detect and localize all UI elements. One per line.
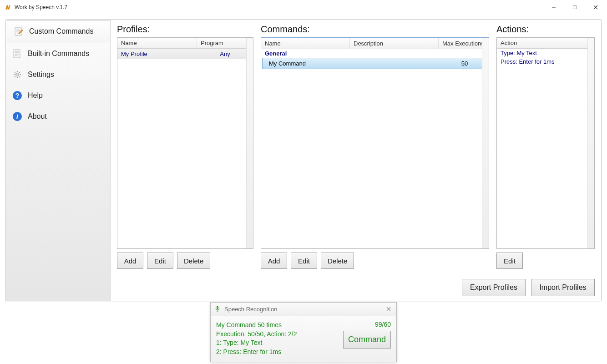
commands-title: Commands: [261,24,489,35]
svg-rect-0 [573,6,577,9]
svg-point-3 [16,73,19,76]
info-icon: i [11,111,23,122]
profiles-title: Profiles: [117,24,253,35]
commands-col-max[interactable]: Max Executions [439,38,489,49]
edit-profile-button[interactable]: Edit [147,253,173,269]
sidebar-item-custom-commands[interactable]: Custom Commands [7,20,110,42]
profiles-col-name[interactable]: Name [117,38,197,48]
commands-list[interactable]: Name Description Max Executions General … [261,37,489,249]
actions-col-action[interactable]: Action [497,38,594,48]
toast-status-text: My Command 50 times Execution: 50/50, Ac… [216,321,339,356]
commands-panel: Commands: Name Description Max Execution… [261,24,489,269]
commands-col-name[interactable]: Name [261,38,350,49]
microphone-icon [214,305,221,313]
toast-line: Execution: 50/50, Action: 2/2 [216,330,339,339]
sidebar-item-about[interactable]: i About [6,106,110,127]
minimize-button[interactable] [543,0,564,14]
profile-row[interactable]: My Profile Any [117,49,253,59]
delete-profile-button[interactable]: Delete [177,253,210,269]
add-profile-button[interactable]: Add [117,253,143,269]
sidebar-item-help[interactable]: ? Help [6,85,110,106]
profile-name: My Profile [117,50,197,58]
sidebar-item-label: Built-in Commands [28,50,89,58]
bottom-button-row: Export Profiles Import Profiles [117,279,595,296]
scrollbar[interactable] [587,38,594,248]
profile-program: Any [197,50,253,58]
actions-panel: Actions: Action Type: My Text Press: Ent… [496,24,595,269]
toast-title: Speech Recognition [224,306,277,313]
sidebar-item-label: Help [28,91,43,100]
content-area: Profiles: Name Program My Profile Any [111,20,601,301]
svg-rect-8 [217,306,218,309]
window-title: Work by Speech v.1.7 [15,4,67,10]
toast-counter: 99/60 [375,321,391,328]
sidebar-item-settings[interactable]: Settings [6,64,110,85]
profiles-col-program[interactable]: Program [197,38,253,48]
actions-header: Action [497,38,594,49]
edit-command-button[interactable]: Edit [291,253,317,269]
document-edit-icon [13,25,25,37]
profiles-header: Name Program [117,38,253,49]
commands-header: Name Description Max Executions [261,38,489,49]
action-item[interactable]: Type: My Text [497,49,594,57]
command-group[interactable]: General [261,49,489,58]
delete-command-button[interactable]: Delete [321,253,354,269]
main-window: Custom Commands Built-in Commands Settin… [5,19,602,301]
help-icon: ? [11,90,23,101]
command-max: 50 [442,59,487,68]
commands-col-desc[interactable]: Description [350,38,439,49]
title-bar: Work by Speech v.1.7 [0,0,607,15]
profiles-panel: Profiles: Name Program My Profile Any [117,24,253,269]
action-item[interactable]: Press: Enter for 1ms [497,57,594,66]
svg-text:?: ? [15,92,20,99]
scrollbar[interactable] [246,38,253,248]
sidebar-item-label: Custom Commands [29,27,93,35]
close-icon[interactable] [384,306,393,313]
app-icon [5,4,12,11]
maximize-button[interactable] [564,0,585,14]
command-row[interactable]: My Command 50 [262,58,488,69]
speech-recognition-window: Speech Recognition My Command 50 times E… [210,302,397,362]
toast-line: 2: Press: Enter for 1ms [216,348,339,357]
sidebar: Custom Commands Built-in Commands Settin… [6,20,111,301]
gear-icon [11,69,23,81]
edit-action-button[interactable]: Edit [496,253,523,269]
command-name: My Command [263,59,351,68]
command-button[interactable]: Command [343,331,391,349]
svg-rect-2 [14,50,20,58]
add-command-button[interactable]: Add [261,253,287,269]
toast-line: My Command 50 times [216,321,339,330]
actions-list[interactable]: Action Type: My Text Press: Enter for 1m… [496,37,595,249]
toast-titlebar[interactable]: Speech Recognition [211,303,396,316]
command-desc [351,59,442,68]
document-list-icon [11,48,23,60]
actions-title: Actions: [496,24,595,35]
profiles-list[interactable]: Name Program My Profile Any [117,37,253,249]
toast-line: 1: Type: My Text [216,339,339,348]
sidebar-item-label: About [28,112,47,121]
close-button[interactable] [585,0,606,14]
sidebar-item-label: Settings [28,71,54,79]
scrollbar[interactable] [482,38,489,248]
import-profiles-button[interactable]: Import Profiles [531,279,595,296]
sidebar-item-builtin-commands[interactable]: Built-in Commands [6,43,110,64]
export-profiles-button[interactable]: Export Profiles [462,279,526,296]
